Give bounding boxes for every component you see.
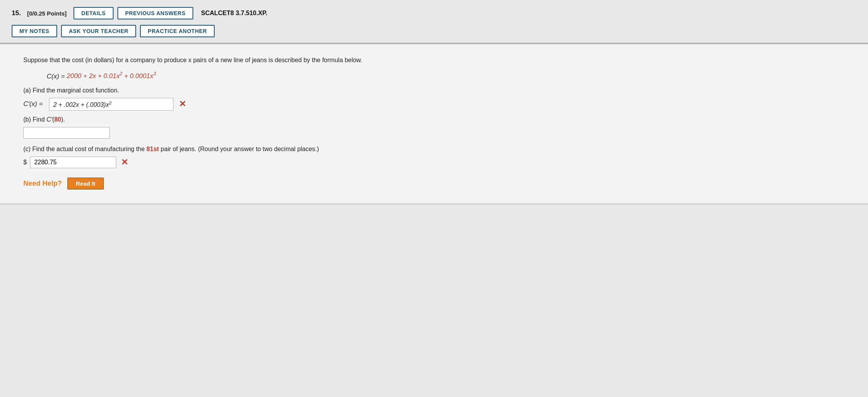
part-b-input[interactable] bbox=[23, 127, 110, 139]
previous-answers-button[interactable]: PREVIOUS ANSWERS bbox=[117, 7, 193, 19]
problem-intro: Suppose that the cost (in dollars) for a… bbox=[23, 55, 852, 65]
dollar-sign: $ bbox=[23, 159, 27, 166]
part-b-x: 80 bbox=[54, 116, 61, 123]
part-c-highlight: 81st bbox=[147, 146, 159, 152]
part-b-text-prefix: (b) Find C′( bbox=[23, 116, 54, 123]
read-it-button[interactable]: Read It bbox=[67, 178, 104, 190]
part-c-input[interactable] bbox=[30, 157, 116, 168]
ask-teacher-button[interactable]: ASK YOUR TEACHER bbox=[61, 25, 136, 37]
page-wrapper: 15. [0/0.25 Points] DETAILS PREVIOUS ANS… bbox=[0, 0, 868, 397]
formula-prefix: C bbox=[47, 72, 51, 80]
need-help-section: Need Help? Read It bbox=[23, 178, 852, 190]
formula-line: C(x) = 2000 + 2x + 0.01x2 + 0.0001x3 bbox=[47, 71, 852, 80]
top-bar-row1: 15. [0/0.25 Points] DETAILS PREVIOUS ANS… bbox=[0, 7, 868, 23]
content-area: Suppose that the cost (in dollars) for a… bbox=[0, 44, 868, 204]
cprime-answer-box[interactable]: 2 + .002x + (.0003)x2 bbox=[49, 98, 173, 110]
cprime-answer-content: 2 + .002x + (.0003)x2 bbox=[53, 101, 112, 108]
formula-equals: = bbox=[61, 72, 67, 80]
part-a-wrong-mark: ✕ bbox=[179, 99, 186, 109]
ref-label: SCALCET8 3.7.510.XP. bbox=[201, 10, 267, 17]
formula-paren: (x) bbox=[51, 72, 59, 80]
formula-red: 2000 + 2x + 0.01x2 + 0.0001x3 bbox=[67, 72, 156, 80]
details-button[interactable]: DETAILS bbox=[74, 7, 113, 19]
part-c-text-prefix: (c) Find the actual cost of manufacturin… bbox=[23, 146, 147, 152]
part-a-text: (a) Find the marginal cost function. bbox=[23, 87, 119, 94]
part-a-answer-row: C′(x) = 2 + .002x + (.0003)x2 ✕ bbox=[23, 98, 852, 110]
part-c-wrong-mark: ✕ bbox=[121, 157, 128, 167]
question-number: 15. bbox=[12, 9, 21, 17]
intro-text: Suppose that the cost (in dollars) for a… bbox=[23, 57, 362, 63]
my-notes-button[interactable]: MY NOTES bbox=[12, 25, 57, 37]
top-bar-row2: MY NOTES ASK YOUR TEACHER PRACTICE ANOTH… bbox=[0, 23, 868, 43]
part-b-label: (b) Find C′(80). bbox=[23, 116, 852, 123]
part-c-text-suffix: pair of jeans. (Round your answer to two… bbox=[159, 146, 319, 152]
part-a-label: (a) Find the marginal cost function. bbox=[23, 87, 852, 94]
part-b-answer-row bbox=[23, 127, 852, 139]
points-label: [0/0.25 Points] bbox=[27, 10, 67, 17]
part-c-label: (c) Find the actual cost of manufacturin… bbox=[23, 146, 852, 153]
part-c-answer-row: $ ✕ bbox=[23, 157, 852, 168]
cprime-label: C′(x) = bbox=[23, 100, 43, 108]
need-help-label: Need Help? bbox=[23, 179, 62, 188]
part-b-text-suffix: ). bbox=[61, 116, 65, 123]
practice-another-button[interactable]: PRACTICE ANOTHER bbox=[140, 25, 215, 37]
